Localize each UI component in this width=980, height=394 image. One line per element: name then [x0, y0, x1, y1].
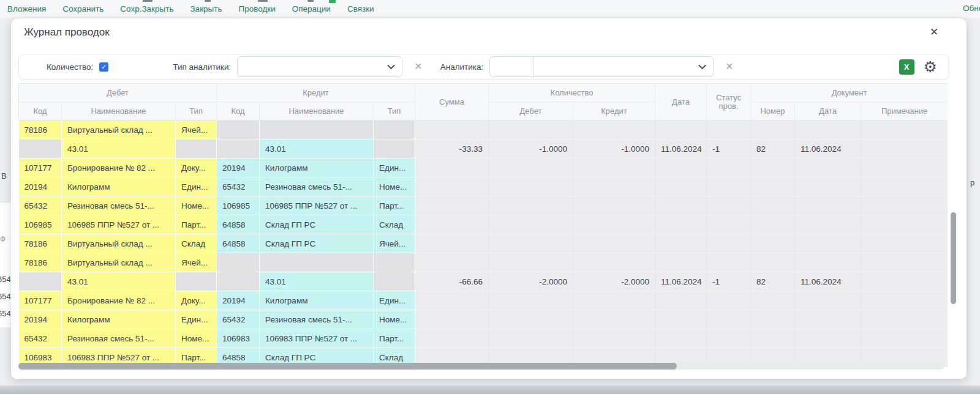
cell[interactable]	[573, 121, 655, 139]
cell[interactable]	[573, 234, 655, 253]
cell[interactable]: 106985	[19, 215, 62, 234]
cell[interactable]	[415, 329, 489, 348]
cell[interactable]: Бронирование № 82 ...	[62, 291, 176, 310]
cell[interactable]	[217, 253, 260, 272]
cell[interactable]	[573, 310, 655, 329]
cell[interactable]	[489, 196, 573, 215]
column-header-qty-debit[interactable]: Дебет	[489, 102, 573, 121]
cell[interactable]	[19, 272, 62, 291]
cell[interactable]	[751, 329, 795, 348]
cell[interactable]: 11.06.2024	[795, 272, 861, 291]
horizontal-scrollbar-thumb[interactable]	[18, 363, 677, 370]
table-row[interactable]: 65432Резиновая смесь 51-...Номе...106985…	[19, 196, 948, 215]
cell[interactable]	[861, 272, 948, 291]
cell[interactable]	[573, 196, 655, 215]
cell[interactable]: Килограмм	[62, 177, 176, 196]
cell[interactable]	[751, 121, 795, 139]
cell[interactable]: 64858	[217, 234, 260, 253]
cell[interactable]	[217, 272, 260, 291]
analytics-type-select[interactable]	[237, 56, 402, 77]
cell[interactable]: 106983	[217, 329, 260, 348]
table-row[interactable]: 78186Виртуальный склад ...Ячей...	[19, 121, 948, 139]
cell[interactable]: 82	[751, 272, 795, 291]
table-row[interactable]: 78186Виртуальный склад ...Ячей...	[19, 253, 948, 272]
cell[interactable]: Парт...	[374, 329, 415, 348]
cell[interactable]	[489, 215, 573, 234]
cell[interactable]: Килограмм	[62, 310, 176, 329]
cell[interactable]	[374, 253, 415, 272]
cell[interactable]: 107177	[19, 291, 62, 310]
cell[interactable]: Килограмм	[260, 291, 374, 310]
cell[interactable]	[861, 253, 948, 272]
cell[interactable]	[415, 234, 489, 253]
cell[interactable]	[795, 310, 861, 329]
cell[interactable]: 20194	[19, 310, 62, 329]
cell[interactable]	[573, 158, 655, 177]
cell[interactable]	[795, 291, 861, 310]
cell[interactable]: Един...	[176, 177, 217, 196]
cell[interactable]	[260, 253, 374, 272]
cell[interactable]: Парт...	[374, 196, 415, 215]
cell[interactable]	[655, 234, 707, 253]
cell[interactable]: -2.0000	[573, 272, 655, 291]
column-header-debit-code[interactable]: Код	[19, 102, 62, 121]
column-header-doc-number[interactable]: Номер	[751, 102, 795, 121]
cell[interactable]	[707, 253, 751, 272]
menu-item[interactable]: Сохранить	[62, 4, 104, 13]
cell[interactable]: 20194	[217, 158, 260, 177]
column-header-qty-credit[interactable]: Кредит	[573, 102, 655, 121]
cell[interactable]: Склад ГП РС	[260, 215, 374, 234]
cell[interactable]	[176, 272, 217, 291]
group-header-quantity[interactable]: Количество	[489, 84, 655, 102]
cell[interactable]	[489, 158, 573, 177]
group-header-debit[interactable]: Дебет	[19, 84, 217, 102]
cell[interactable]	[707, 158, 751, 177]
cell[interactable]: -1.0000	[489, 139, 573, 158]
cell[interactable]	[489, 329, 573, 348]
cell[interactable]: 78186	[19, 234, 62, 253]
cell[interactable]: 78186	[19, 253, 62, 272]
cell[interactable]: 11.06.2024	[655, 272, 707, 291]
menu-item[interactable]: Связки	[347, 4, 374, 13]
column-header-note[interactable]: Примечание	[861, 102, 948, 121]
table-row[interactable]: 20194КилограммЕдин...65432Резиновая смес…	[19, 310, 948, 329]
cell[interactable]: 43.01	[62, 139, 176, 158]
cell[interactable]	[573, 215, 655, 234]
cell[interactable]	[707, 329, 751, 348]
cell[interactable]: 78186	[19, 121, 62, 139]
cell[interactable]	[374, 272, 415, 291]
cell[interactable]: 11.06.2024	[795, 139, 861, 158]
cell[interactable]	[751, 196, 795, 215]
cell[interactable]	[795, 177, 861, 196]
cell[interactable]: 65432	[217, 310, 260, 329]
cell[interactable]: Виртуальный склад ...	[62, 234, 176, 253]
cell[interactable]: 65432	[19, 329, 62, 348]
cell[interactable]	[655, 158, 707, 177]
cell[interactable]	[655, 253, 707, 272]
excel-export-icon[interactable]: X	[899, 59, 914, 75]
cell[interactable]	[751, 215, 795, 234]
cell[interactable]	[573, 291, 655, 310]
cell[interactable]	[707, 234, 751, 253]
column-header-sum[interactable]: Сумма	[415, 84, 489, 121]
menu-item[interactable]: Вложения	[7, 4, 46, 13]
cell[interactable]	[707, 177, 751, 196]
cell[interactable]	[489, 234, 573, 253]
close-icon[interactable]: ✕	[926, 24, 942, 40]
cell[interactable]	[751, 291, 795, 310]
quantity-checkbox[interactable]: ✓	[99, 62, 108, 72]
cell[interactable]	[707, 121, 751, 139]
cell[interactable]	[260, 121, 374, 139]
cell[interactable]: Един...	[374, 291, 415, 310]
group-header-credit[interactable]: Кредит	[217, 84, 415, 102]
cell[interactable]	[861, 196, 948, 215]
cell[interactable]: Виртуальный склад ...	[62, 253, 176, 272]
cell[interactable]: -1	[707, 272, 751, 291]
cell[interactable]: -66.66	[415, 272, 489, 291]
cell[interactable]: 43.01	[260, 272, 374, 291]
cell[interactable]	[795, 121, 861, 139]
cell[interactable]: Номе...	[374, 177, 415, 196]
cell[interactable]: 106983 ППР №527 от ...	[260, 329, 374, 348]
cell[interactable]	[751, 310, 795, 329]
cell[interactable]	[415, 121, 489, 139]
